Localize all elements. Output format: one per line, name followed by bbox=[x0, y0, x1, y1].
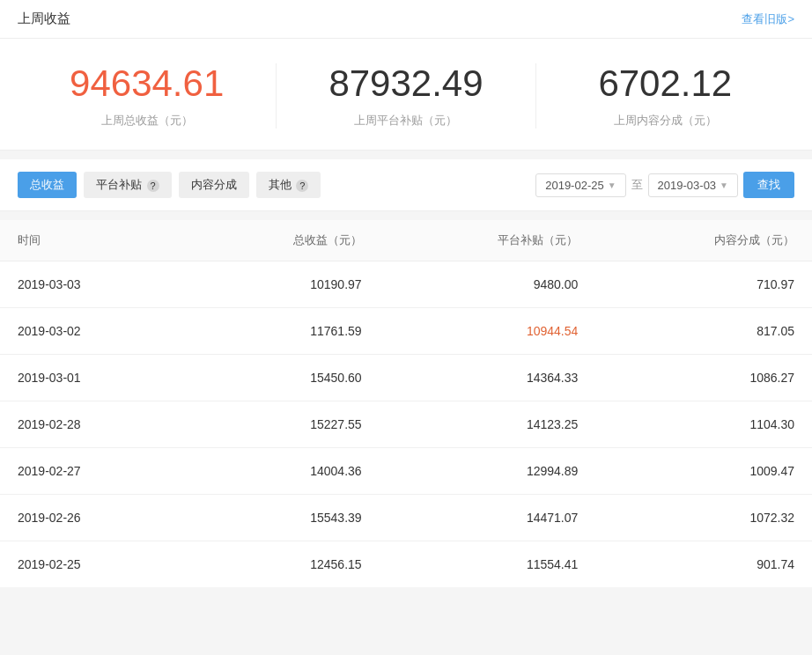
cell-content: 901.74 bbox=[595, 541, 812, 588]
page-title: 上周收益 bbox=[18, 11, 70, 27]
cell-total: 15543.39 bbox=[184, 495, 379, 541]
tab-other-label: 其他 bbox=[269, 178, 292, 191]
cell-date: 2019-02-28 bbox=[0, 401, 184, 448]
table-body: 2019-03-0310190.979480.00710.972019-03-0… bbox=[0, 261, 812, 588]
old-version-link[interactable]: 查看旧版> bbox=[742, 11, 794, 27]
cell-platform: 14471.07 bbox=[380, 495, 596, 541]
cell-date: 2019-02-27 bbox=[0, 448, 184, 495]
header-bar: 上周收益 查看旧版> bbox=[0, 0, 812, 39]
cell-date: 2019-02-26 bbox=[0, 495, 184, 541]
cell-date: 2019-03-01 bbox=[0, 355, 184, 401]
stat-total-value: 94634.61 bbox=[18, 63, 276, 104]
col-total: 总收益（元） bbox=[184, 220, 379, 261]
table-row: 2019-02-2815227.5514123.251104.30 bbox=[0, 401, 812, 448]
search-button[interactable]: 查找 bbox=[743, 172, 794, 198]
tab-platform-label: 平台补贴 bbox=[96, 178, 142, 191]
platform-hint-icon: ? bbox=[147, 180, 159, 192]
date-to-value: 2019-03-03 bbox=[658, 179, 717, 192]
cell-total: 10190.97 bbox=[184, 261, 379, 308]
table-row: 2019-03-0310190.979480.00710.97 bbox=[0, 261, 812, 308]
cell-platform: 9480.00 bbox=[380, 261, 596, 308]
stat-total-label: 上周总收益（元） bbox=[18, 113, 276, 129]
date-from-arrow-icon: ▼ bbox=[608, 180, 616, 190]
tab-content-label: 内容分成 bbox=[191, 178, 237, 191]
tab-total-label: 总收益 bbox=[30, 178, 64, 191]
table-header-row: 时间 总收益（元） 平台补贴（元） 内容分成（元） bbox=[0, 220, 812, 261]
date-picker: 2019-02-25 ▼ 至 2019-03-03 ▼ 查找 bbox=[535, 172, 794, 198]
cell-total: 12456.15 bbox=[184, 541, 379, 588]
cell-content: 1009.47 bbox=[595, 448, 812, 495]
stat-content-label: 上周内容分成（元） bbox=[536, 113, 794, 129]
table-section: 时间 总收益（元） 平台补贴（元） 内容分成（元） 2019-03-031019… bbox=[0, 220, 812, 587]
tab-platform[interactable]: 平台补贴 ? bbox=[84, 172, 172, 198]
table-row: 2019-03-0211761.5910944.54817.05 bbox=[0, 308, 812, 355]
cell-platform: 10944.54 bbox=[380, 308, 596, 355]
cell-date: 2019-03-03 bbox=[0, 261, 184, 308]
cell-content: 817.05 bbox=[595, 308, 812, 355]
table-row: 2019-02-2714004.3612994.891009.47 bbox=[0, 448, 812, 495]
date-to-input[interactable]: 2019-03-03 ▼ bbox=[648, 173, 738, 197]
tab-other[interactable]: 其他 ? bbox=[256, 172, 321, 198]
tab-total[interactable]: 总收益 bbox=[18, 172, 77, 198]
stats-section: 94634.61 上周总收益（元） 87932.49 上周平台补贴（元） 670… bbox=[0, 39, 812, 151]
stat-content: 6702.12 上周内容分成（元） bbox=[536, 63, 794, 129]
cell-content: 1104.30 bbox=[595, 401, 812, 448]
cell-date: 2019-03-02 bbox=[0, 308, 184, 355]
filter-section: 总收益 平台补贴 ? 内容分成 其他 ? 2019-02-25 ▼ 至 2019… bbox=[0, 159, 812, 211]
cell-content: 1072.32 bbox=[595, 495, 812, 541]
cell-total: 15450.60 bbox=[184, 355, 379, 401]
other-hint-icon: ? bbox=[296, 180, 308, 192]
cell-content: 710.97 bbox=[595, 261, 812, 308]
table-header: 时间 总收益（元） 平台补贴（元） 内容分成（元） bbox=[0, 220, 812, 261]
cell-content: 1086.27 bbox=[595, 355, 812, 401]
stat-platform-value: 87932.49 bbox=[277, 63, 535, 104]
cell-platform: 12994.89 bbox=[380, 448, 596, 495]
stat-platform: 87932.49 上周平台补贴（元） bbox=[277, 63, 535, 129]
date-separator: 至 bbox=[631, 177, 643, 193]
stat-total: 94634.61 上周总收益（元） bbox=[18, 63, 277, 129]
cell-total: 14004.36 bbox=[184, 448, 379, 495]
cell-platform: 11554.41 bbox=[380, 541, 596, 588]
table-row: 2019-03-0115450.6014364.331086.27 bbox=[0, 355, 812, 401]
tab-content[interactable]: 内容分成 bbox=[179, 172, 249, 198]
cell-platform: 14123.25 bbox=[380, 401, 596, 448]
table-row: 2019-02-2512456.1511554.41901.74 bbox=[0, 541, 812, 588]
date-from-value: 2019-02-25 bbox=[545, 179, 604, 192]
date-to-arrow-icon: ▼ bbox=[720, 180, 728, 190]
stat-platform-label: 上周平台补贴（元） bbox=[277, 113, 535, 129]
col-platform: 平台补贴（元） bbox=[380, 220, 596, 261]
date-from-input[interactable]: 2019-02-25 ▼ bbox=[535, 173, 625, 197]
cell-total: 11761.59 bbox=[184, 308, 379, 355]
col-content: 内容分成（元） bbox=[595, 220, 812, 261]
table-row: 2019-02-2615543.3914471.071072.32 bbox=[0, 495, 812, 541]
stat-content-value: 6702.12 bbox=[536, 63, 794, 104]
cell-platform: 14364.33 bbox=[380, 355, 596, 401]
data-table: 时间 总收益（元） 平台补贴（元） 内容分成（元） 2019-03-031019… bbox=[0, 220, 812, 587]
col-date: 时间 bbox=[0, 220, 184, 261]
cell-total: 15227.55 bbox=[184, 401, 379, 448]
cell-date: 2019-02-25 bbox=[0, 541, 184, 588]
